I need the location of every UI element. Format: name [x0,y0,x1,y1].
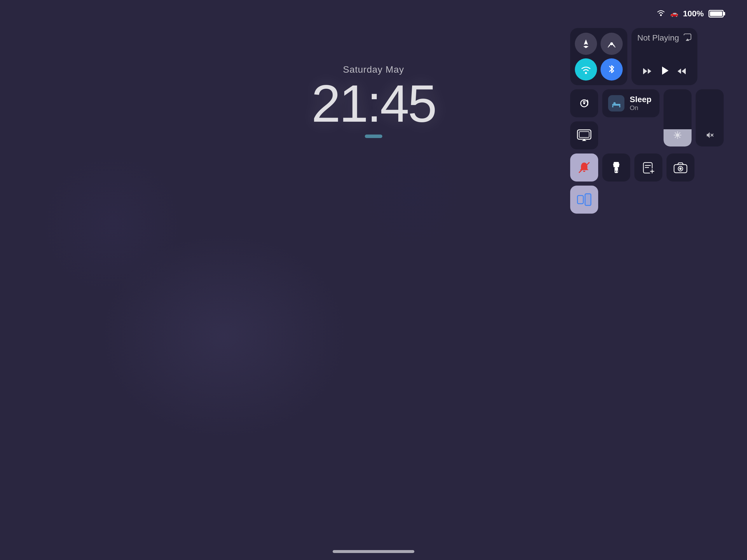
rewind-button[interactable] [642,66,652,78]
home-bar [333,550,414,553]
svg-rect-26 [614,162,619,164]
wifi-toggle-button[interactable] [575,58,597,80]
airplane-mode-button[interactable] [575,33,597,55]
sleep-label: Sleep [630,95,651,104]
volume-slider[interactable] [696,89,724,147]
carplay-status-icon: 🚗 [670,10,678,18]
multitasking-button[interactable] [570,185,598,213]
camera-button[interactable] [667,153,694,181]
control-center: Not Playing [570,28,724,213]
brightness-slider[interactable] [664,89,692,147]
svg-point-13 [676,133,679,137]
now-playing-tile[interactable]: Not Playing [632,28,697,85]
hotspot-button[interactable] [600,33,623,55]
action-row [570,153,724,181]
svg-line-19 [679,137,680,138]
svg-line-21 [675,137,676,138]
connectivity-tile [570,28,627,85]
svg-rect-10 [619,106,620,107]
sleep-icon [608,95,624,111]
lockscreen-pill [365,134,382,138]
bluetooth-toggle-button[interactable] [600,58,623,80]
svg-line-20 [679,133,680,134]
svg-rect-36 [577,196,583,204]
svg-rect-3 [643,68,644,74]
battery-percent: 100% [683,9,704,18]
lockscreen-date: Saturday May [311,64,435,75]
mute-button[interactable] [570,153,598,181]
svg-rect-37 [585,194,591,205]
lockscreen-time: 21:45 [311,77,435,130]
screen-mirror-button[interactable] [570,121,598,149]
play-button[interactable] [658,64,671,80]
torch-button[interactable] [602,153,630,181]
svg-rect-4 [685,68,686,74]
svg-point-35 [679,168,681,170]
volume-muted-icon [705,131,714,141]
svg-rect-7 [579,132,589,137]
bottom-row [570,185,724,213]
sleep-tile[interactable]: Sleep On [602,89,660,117]
forward-button[interactable] [676,66,687,78]
airplay-icon[interactable] [684,33,692,43]
rotation-lock-button[interactable] [570,89,598,117]
status-bar: 🚗 100% [656,9,724,18]
lockscreen-time-area: Saturday May 21:45 [311,64,435,138]
battery-icon [709,10,724,18]
cc-row-2: Sleep On [570,89,724,149]
svg-point-2 [585,72,587,74]
brightness-icon [673,131,681,141]
cc-row-1: Not Playing [570,28,724,85]
svg-point-0 [660,14,662,16]
svg-rect-9 [612,106,613,107]
svg-rect-12 [615,104,620,106]
svg-rect-25 [615,167,618,173]
notes-button[interactable] [634,153,662,181]
now-playing-title: Not Playing [637,33,679,43]
wifi-status-icon [656,9,666,18]
svg-line-18 [675,133,676,134]
sleep-status: On [630,104,651,112]
